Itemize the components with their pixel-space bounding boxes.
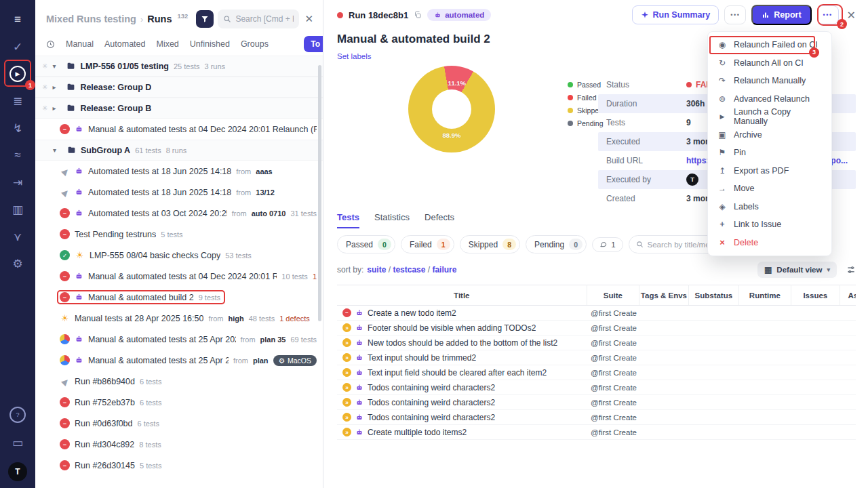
sidebar-icon[interactable]: ↯ xyxy=(6,117,29,140)
tree-item[interactable]: ✳ Manual & automated tests at 04 Dec 202… xyxy=(35,119,323,140)
tree-item[interactable]: ✳ Automated tests at 18 Jun 2025 14:18 f… xyxy=(35,161,323,182)
tree-item[interactable]: ✳ LMP-555 08/04 basic checks Copy xyxy=(35,245,323,266)
test-row[interactable]: New todos should be added to the bottom … xyxy=(337,336,856,350)
tree-item[interactable]: ✳ Run #b86b940d 6 te xyxy=(35,371,323,392)
test-row[interactable]: Todos containing weird characters2 @firs… xyxy=(337,380,856,395)
status-filter-chip[interactable]: Pending 0 xyxy=(526,235,587,253)
panel-scrollbar[interactable] xyxy=(318,65,321,321)
menu-item[interactable]: Move xyxy=(708,180,831,198)
run-summary-button[interactable]: Run Summary xyxy=(632,5,719,24)
menu-item[interactable]: Export as PDF xyxy=(708,162,831,180)
set-labels-link[interactable]: Set labels xyxy=(337,52,372,60)
sidebar-icon[interactable]: ⋎ xyxy=(6,225,29,248)
report-button[interactable]: Report xyxy=(751,5,811,25)
runs-filter-tab[interactable]: Automated xyxy=(104,39,145,49)
table-header-cell[interactable]: Runtime xyxy=(739,285,791,306)
sort-link[interactable]: testcase xyxy=(393,265,432,274)
drag-handle-icon[interactable]: ✳ xyxy=(42,62,47,70)
runs-filter-tab[interactable]: Mixed xyxy=(156,39,178,49)
chevron-icon[interactable]: ▸ xyxy=(52,104,59,112)
test-row[interactable]: Footer should be visible when adding TOD… xyxy=(337,321,856,336)
runs-filter-tab[interactable]: Unfinished xyxy=(190,39,230,49)
menu-item[interactable]: Launch a Copy Manually xyxy=(708,108,831,126)
filter-button[interactable] xyxy=(196,10,214,28)
copy-icon[interactable] xyxy=(414,11,422,19)
chevron-icon[interactable]: ▾ xyxy=(52,62,59,70)
table-header-cell[interactable]: Assigned To xyxy=(840,285,856,306)
menu-item[interactable]: Relaunch Manually xyxy=(708,72,831,90)
tree-item[interactable]: ✳ Run #0d63f0bd 6 te xyxy=(35,413,323,434)
sidebar-bottom-icon[interactable]: ▭ xyxy=(6,431,29,454)
test-row[interactable]: Create a new todo item2 @first Create ..… xyxy=(337,306,856,321)
run-menu-trigger[interactable] xyxy=(817,5,839,24)
tree-item[interactable]: ✳ Manual tests at 28 Apr 2025 16:50 from xyxy=(35,308,323,329)
tree-item[interactable]: ✳ ▸ Release: Group B xyxy=(35,98,323,119)
sidebar-icon[interactable]: ▥ xyxy=(6,198,29,221)
table-header-cell[interactable]: Issues xyxy=(791,285,840,306)
tree-item[interactable]: ✳ ▾ SubGroup A 61 tes xyxy=(35,140,323,161)
tree-item[interactable]: ✳ Manual & automated tests at 25 Apr 202… xyxy=(35,329,323,350)
tree-item[interactable]: ✳ Run #752eb37b 6 te xyxy=(35,392,323,413)
menu-item[interactable]: Advanced Relaunch xyxy=(708,90,831,108)
tree-item[interactable]: ✳ Automated tests at 18 Jun 2025 14:18 f… xyxy=(35,182,323,203)
column-settings-icon[interactable] xyxy=(846,265,856,274)
test-row[interactable]: Create multiple todo items2 @first Creat… xyxy=(337,425,856,440)
tree-item[interactable]: ✳ Manual & automated tests at 25 Apr 202… xyxy=(35,350,323,371)
menu-item[interactable]: Archive xyxy=(708,126,831,144)
runs-filter-tab[interactable]: Manual xyxy=(66,39,94,49)
detail-value-overflow[interactable]: po... xyxy=(831,156,848,165)
recent-icon[interactable] xyxy=(46,40,55,49)
status-filter-chip[interactable]: Passed 0 xyxy=(337,235,395,253)
sidebar-icon[interactable]: ▶ xyxy=(9,66,26,82)
tree-item[interactable]: ✳ ▾ LMP-556 01/05 testing xyxy=(35,56,323,77)
tree-item[interactable]: ✳ Run #26d30145 5 te xyxy=(35,455,323,476)
drag-handle-icon[interactable]: ✳ xyxy=(42,104,47,112)
menu-item[interactable]: Pin xyxy=(708,144,831,162)
menu-item[interactable]: Delete xyxy=(708,234,831,252)
executor-avatar[interactable]: T xyxy=(686,174,698,186)
sort-link[interactable]: suite xyxy=(367,265,393,274)
test-row[interactable]: Todos containing weird characters2 @firs… xyxy=(337,410,856,425)
status-filter-chip[interactable]: Skipped 8 xyxy=(460,235,520,253)
panel-close-icon[interactable]: ✕ xyxy=(304,13,313,25)
runs-filter-tab[interactable]: Groups xyxy=(241,39,269,49)
chevron-icon[interactable]: ▾ xyxy=(53,146,60,154)
sidebar-icon[interactable]: ≣ xyxy=(6,89,29,113)
today-button[interactable]: To xyxy=(304,36,323,52)
view-tab[interactable]: Statistics xyxy=(374,212,410,228)
tree-item[interactable]: ✳ ▸ Release: Group D xyxy=(35,77,323,98)
runs-search-input[interactable]: Search [Cmd + K xyxy=(218,9,299,28)
drag-handle-icon[interactable]: ✳ xyxy=(42,83,47,91)
sidebar-bottom-icon[interactable]: ? xyxy=(9,407,26,423)
tree-item[interactable]: ✳ Run #d304c892 8 te xyxy=(35,434,323,455)
chevron-icon[interactable]: ▸ xyxy=(52,83,59,91)
test-row[interactable]: Todos containing weird characters2 @firs… xyxy=(337,395,856,410)
table-header-cell[interactable]: Tags & Envs xyxy=(639,285,688,306)
user-avatar[interactable]: T xyxy=(8,462,27,481)
menu-item[interactable]: Relaunch All on CI xyxy=(708,54,831,73)
menu-item[interactable]: Link to Issue xyxy=(708,216,831,234)
sort-link[interactable]: failure xyxy=(432,265,456,274)
table-header-cell[interactable]: Substatus xyxy=(688,285,738,306)
table-header-cell[interactable]: Suite xyxy=(587,285,639,306)
view-tab[interactable]: Tests xyxy=(337,212,359,228)
close-icon[interactable]: ✕ xyxy=(847,9,856,22)
view-tab[interactable]: Defects xyxy=(425,212,454,228)
sidebar-icon[interactable]: ⚙ xyxy=(6,252,29,275)
status-filter-chip[interactable]: Failed 1 xyxy=(401,235,454,253)
automated-badge[interactable]: automated xyxy=(427,9,491,21)
tree-item[interactable]: ✳ Manual & automated tests at 04 Dec 202… xyxy=(35,266,323,287)
more-actions-button[interactable] xyxy=(724,5,746,24)
sidebar-icon[interactable]: ⇥ xyxy=(6,171,29,194)
sidebar-icon[interactable]: ≡ xyxy=(6,8,29,31)
default-view-dropdown[interactable]: ▦ Default view ▾ xyxy=(757,262,837,278)
tree-item[interactable]: ✳ Manual & automated build 2 xyxy=(35,287,323,308)
breadcrumb-project[interactable]: Mixed Runs testing xyxy=(46,14,136,24)
sidebar-icon[interactable]: ≈ xyxy=(6,144,29,167)
test-row[interactable]: Text input should be trimmed2 @first Cre… xyxy=(337,350,856,365)
sidebar-icon[interactable]: ✓ xyxy=(6,35,29,58)
table-header-cell[interactable]: Title xyxy=(337,285,587,306)
comments-filter-chip[interactable]: 1 xyxy=(592,237,623,252)
test-row[interactable]: Text input field should be cleared after… xyxy=(337,365,856,380)
tree-item[interactable]: ✳ Test Pending testruns xyxy=(35,224,323,245)
